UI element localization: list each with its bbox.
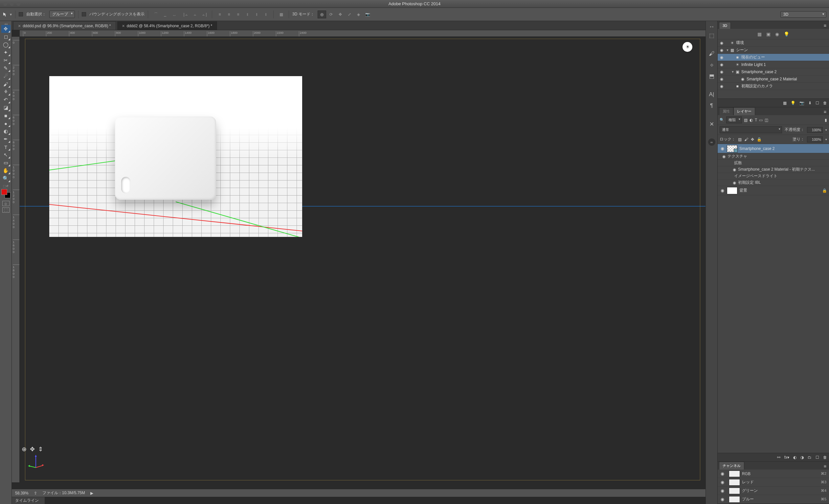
scale3d-icon[interactable]: ◈ [354, 10, 363, 18]
tree-row[interactable]: ◉◉Smartphone_case 2 Material [718, 75, 829, 83]
share-icon[interactable]: ⇪ [34, 491, 37, 496]
filter-kind-select[interactable]: 種類 [726, 116, 742, 123]
visibility-icon[interactable]: ◉ [718, 84, 725, 88]
fill-input[interactable]: 100% [807, 137, 823, 143]
lock-paint-icon[interactable]: 🖌 [744, 137, 748, 142]
filter-type-icon[interactable]: T [755, 118, 757, 122]
zoom-tool[interactable]: 🔍 [1, 175, 10, 183]
layer-sub-row[interactable]: 拡散 [718, 160, 829, 166]
filter-material-icon[interactable]: ◉ [775, 32, 779, 37]
channel-list[interactable]: ◉RGB⌘2◉レッド⌘3◉グリーン⌘4◉ブルー⌘5 [718, 470, 829, 504]
foreground-color[interactable] [1, 189, 7, 195]
lock-icon[interactable]: 🔒 [822, 188, 827, 193]
align-vcenter-icon[interactable]: ⎯ [160, 10, 169, 18]
dist-left-icon[interactable]: ⦀ [243, 10, 252, 18]
smartphone-case-mesh[interactable] [115, 116, 216, 200]
render-icon[interactable]: ▦ [783, 101, 787, 105]
maximize-icon[interactable] [16, 2, 21, 6]
3d-canvas[interactable] [49, 76, 302, 237]
visibility-icon[interactable]: ◉ [718, 62, 725, 67]
filter-toggle-icon[interactable]: ▮ [825, 118, 827, 122]
blur-tool[interactable]: ● [1, 119, 10, 127]
quickmask-icon[interactable]: ◎ [2, 201, 9, 206]
3d-panel-icon[interactable]: ⬚ [708, 32, 716, 39]
color-swatches[interactable] [1, 189, 10, 198]
axis-gizmo[interactable] [28, 453, 44, 469]
tab-doc-1[interactable]: × ddddd.psd @ 96.9% (Smartphone_case, RG… [13, 21, 116, 30]
timeline-tab[interactable]: タイムライン [12, 497, 45, 504]
roll3d-icon[interactable]: ⟳ [327, 10, 335, 18]
bounding-box-checkbox[interactable] [82, 12, 86, 16]
paragraph-icon[interactable]: ¶ [708, 102, 716, 110]
crop-tool[interactable]: ✂ [1, 56, 10, 64]
filter-light-icon[interactable]: 💡 [784, 32, 789, 37]
lock-all-icon[interactable]: 🔒 [757, 137, 762, 142]
group-icon[interactable]: 🗀 [808, 455, 812, 460]
layer-thumbnail[interactable] [727, 145, 737, 152]
adjustment-icon[interactable]: ◑ [800, 455, 804, 460]
minimize-icon[interactable] [10, 2, 14, 6]
layer-name[interactable]: Smartphone_case 2 [739, 146, 827, 151]
visibility-icon[interactable]: ◉ [718, 480, 727, 484]
layer-row[interactable]: ◉Smartphone_case 2 [718, 144, 829, 153]
shape-tool[interactable]: ▭ [1, 159, 10, 167]
window-controls[interactable] [0, 2, 24, 6]
brushes-icon[interactable]: 🖌 [708, 50, 716, 58]
channel-row[interactable]: ◉RGB⌘2 [718, 470, 829, 478]
filter-scene-icon[interactable]: ▦ [757, 32, 762, 37]
panel-menu-icon[interactable]: ≡ [821, 22, 829, 29]
fx-icon[interactable]: fx▾ [784, 455, 789, 460]
visibility-icon[interactable]: ◉ [718, 70, 725, 74]
channel-row[interactable]: ◉グリーン⌘4 [718, 487, 829, 495]
opacity-input[interactable]: 100% [807, 127, 823, 133]
align-left-icon[interactable]: |⫠ [182, 10, 190, 18]
link-icon[interactable]: ⚯ [777, 455, 781, 460]
auto-select-dropdown[interactable]: グループ [49, 10, 75, 18]
history-brush-tool[interactable]: ↶ [1, 96, 10, 104]
viewport[interactable]: ☀ ⊕ ✥ ⇕ [20, 37, 706, 482]
quick-select-tool[interactable]: ✦ [1, 48, 10, 56]
lasso-tool[interactable]: ◯ [1, 41, 10, 48]
panel-menu-icon[interactable]: ≡ [821, 463, 829, 470]
layer-sub-row[interactable]: ◉Smartphone_case 2 Material - 初期テクス... [718, 166, 829, 173]
play-icon[interactable]: ▶ [90, 491, 93, 496]
visibility-icon[interactable]: ◉ [718, 55, 725, 60]
filter-shape-icon[interactable]: ▭ [759, 118, 763, 122]
tab-doc-2[interactable]: × dddd2 @ 58.4% (Smartphone_case 2, RGB/… [117, 21, 217, 30]
visibility-icon[interactable]: ◉ [718, 471, 727, 476]
tree-row[interactable]: ◉☀環境 [718, 39, 829, 47]
align-hcenter-icon[interactable]: ⫠ [191, 10, 200, 18]
visibility-icon[interactable]: ◉ [718, 48, 725, 52]
visibility-icon[interactable]: ◉ [718, 146, 727, 151]
camera3d-icon[interactable]: 📷 [364, 10, 372, 18]
disclosure-icon[interactable]: ▼ [725, 48, 729, 52]
visibility-icon[interactable]: ◉ [718, 497, 727, 502]
dist-hcenter-icon[interactable]: ⦀ [252, 10, 261, 18]
layer-row[interactable]: ◉背景🔒 [718, 186, 829, 195]
close-icon[interactable]: × [18, 23, 21, 29]
align-top-icon[interactable]: ⎴ [151, 10, 160, 18]
healing-tool[interactable]: ☄ [1, 72, 10, 80]
eyedropper-tool[interactable]: ✎ [1, 64, 10, 72]
swatches-icon[interactable]: ⬒ [708, 72, 716, 80]
brush-tool[interactable]: 🖌 [1, 80, 10, 88]
layer-sub-row[interactable]: ◉テクスチャ [718, 153, 829, 160]
stamp-tool[interactable]: ⚘ [1, 88, 10, 96]
path-tool[interactable]: ↖ [1, 151, 10, 159]
visibility-icon[interactable]: ◉ [718, 41, 725, 45]
visibility-icon[interactable]: ◉ [733, 167, 736, 172]
visibility-icon[interactable]: ◉ [718, 77, 725, 81]
panel-menu-icon[interactable]: ≡ [821, 109, 829, 115]
camera-new-icon[interactable]: 📷 [799, 101, 804, 105]
workspace-switcher[interactable]: 3D [781, 11, 826, 18]
visibility-icon[interactable]: ◉ [722, 154, 725, 159]
move-tool[interactable]: ✥ [1, 25, 10, 33]
cc-libraries-icon[interactable]: ∞ [708, 139, 715, 146]
mask-icon[interactable]: ◐ [793, 455, 796, 460]
pan-icon[interactable]: ✥ [30, 445, 35, 453]
tree-row[interactable]: ◉☀Infinite Light 1 [718, 61, 829, 68]
light-new-icon[interactable]: 💡 [791, 101, 795, 105]
auto-align-icon[interactable]: ▦ [277, 10, 285, 18]
tree-row[interactable]: ◉▼▣Smartphone_case 2 [718, 68, 829, 75]
new-layer-icon[interactable]: ☐ [816, 455, 819, 460]
